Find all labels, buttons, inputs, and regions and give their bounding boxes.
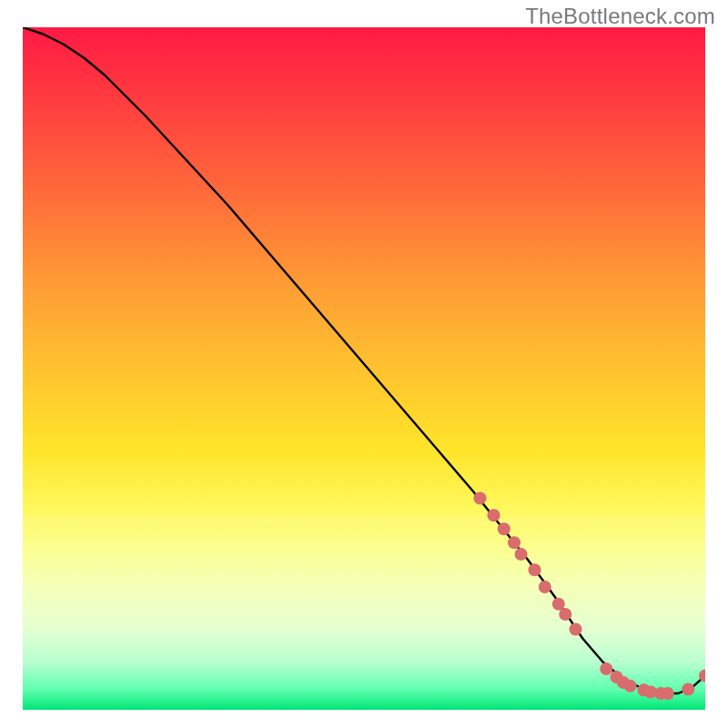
chart-container: TheBottleneck.com <box>0 0 728 728</box>
plot-area <box>23 27 705 710</box>
marker-dot <box>559 608 571 621</box>
marker-dot <box>529 563 541 576</box>
marker-dot <box>498 522 511 535</box>
marker-dot <box>662 687 674 700</box>
marker-dot <box>488 509 500 521</box>
marker-dot <box>570 623 582 636</box>
watermark-text: TheBottleneck.com <box>525 4 715 29</box>
highlight-points <box>474 492 706 701</box>
markers-layer <box>23 27 705 710</box>
marker-dot <box>682 683 694 696</box>
marker-dot <box>539 581 551 593</box>
marker-dot <box>624 680 637 693</box>
marker-dot <box>508 536 521 549</box>
marker-dot <box>474 492 487 505</box>
marker-dot <box>515 548 528 561</box>
marker-dot <box>600 662 612 675</box>
marker-dot <box>699 670 705 682</box>
